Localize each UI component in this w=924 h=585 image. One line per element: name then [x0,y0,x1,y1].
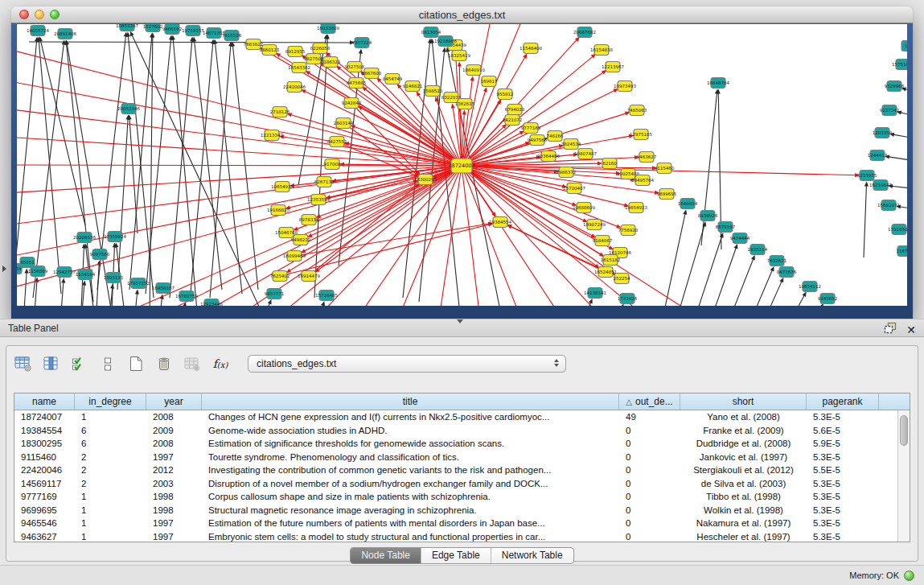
row-height-icon[interactable] [97,353,118,374]
vertical-scrollbar[interactable] [897,410,910,542]
zoom-window-icon[interactable] [50,10,60,19]
table-row[interactable]: 911546021997Tourette syndrome. Phenomeno… [14,451,897,464]
table-cell-short[interactable]: Jankovic et al. (1997) [680,452,807,462]
table-cell-pagerank[interactable]: 5.3E-5 [807,505,879,515]
table-cell-title[interactable]: Structural magnetic resonance image aver… [202,505,619,515]
function-builder-icon[interactable]: f(x) [210,353,231,374]
table-cell-out_degree[interactable]: 0 [619,505,680,515]
table-settings-icon[interactable] [13,353,34,374]
table-cell-in_degree[interactable]: 1 [75,492,146,501]
table-row[interactable]: 1872400712008Changes of HCN gene express… [14,410,897,424]
table-cell-name[interactable]: 9777169 [14,492,75,501]
table-cell-title[interactable]: Disruption of a novel member of a sodium… [202,479,619,488]
minimize-window-icon[interactable] [35,10,44,19]
citation-network-graph[interactable]: 1872400788601238912955822605898275081654… [17,24,907,306]
table-cell-title[interactable]: Investigating the contribution of common… [202,465,619,475]
table-cell-title[interactable]: Estimation of the future numbers of pati… [202,518,619,528]
table-cell-year[interactable]: 2003 [146,479,202,488]
table-cell-pagerank[interactable]: 5.5E-5 [807,465,879,475]
column-header-short[interactable]: short [680,393,807,410]
table-cell-title[interactable]: Tourette syndrome. Phenomenology and cla… [202,452,619,462]
table-cell-name[interactable]: 22420046 [14,465,75,475]
select-rows-icon[interactable] [69,353,90,374]
table-cell-year[interactable]: 1997 [146,518,202,528]
table-cell-year[interactable]: 1998 [146,492,202,501]
table-cell-in_degree[interactable]: 2 [75,452,146,462]
table-cell-pagerank[interactable]: 5.9E-5 [807,439,879,448]
table-cell-year[interactable]: 1998 [146,505,202,515]
table-cell-title[interactable]: Genome-wide association studies in ADHD. [202,426,619,435]
show-columns-icon[interactable] [41,353,62,374]
table-cell-in_degree[interactable]: 2 [75,479,146,488]
column-header-in_degree[interactable]: in_degree [75,393,146,410]
import-table-icon[interactable] [182,353,203,374]
window-titlebar[interactable]: citations_edges.txt [11,6,913,23]
table-cell-year[interactable]: 2012 [146,465,202,475]
splitter-handle-icon[interactable] [457,319,463,323]
table-row[interactable]: 1830029562008Estimation of significance … [14,437,897,451]
table-row[interactable]: 969969511998Structural magnetic resonanc… [14,504,897,517]
table-cell-short[interactable]: Dudbridge et al. (2008) [680,439,807,448]
table-row[interactable]: 946554611997Estimation of the future num… [14,517,897,530]
table-cell-name[interactable]: 9115460 [14,452,75,462]
table-row[interactable]: 2242004622012Investigating the contribut… [14,463,897,477]
table-cell-out_degree[interactable]: 0 [619,518,680,528]
table-cell-out_degree[interactable]: 0 [619,479,680,488]
table-cell-pagerank[interactable]: 5.6E-5 [807,426,879,435]
tab-network-table[interactable]: Network Table [491,548,573,563]
table-cell-out_degree[interactable]: 0 [619,465,680,475]
table-row[interactable]: 1938455462009Genome-wide association stu… [14,424,897,438]
table-cell-in_degree[interactable]: 1 [75,505,146,515]
table-cell-in_degree[interactable]: 2 [75,465,146,475]
table-cell-out_degree[interactable]: 49 [619,412,680,422]
table-cell-name[interactable]: 9699695 [14,505,75,515]
network-canvas[interactable]: 1872400788601238912955822605898275081654… [17,24,907,306]
collapse-panel-arrow-icon[interactable] [2,266,6,272]
tab-node-table[interactable]: Node Table [351,548,421,563]
table-cell-short[interactable]: de Silva et al. (2003) [680,479,807,488]
delete-table-icon[interactable] [154,353,175,374]
table-cell-title[interactable]: Changes of HCN gene expression and I(f) … [202,412,619,422]
table-cell-year[interactable]: 2009 [146,426,202,435]
table-cell-short[interactable]: Stergiakouli et al. (2012) [680,465,807,475]
table-cell-title[interactable]: Corpus callosum shape and size in male p… [202,492,619,501]
table-cell-title[interactable]: Embryonic stem cells: a model to study s… [202,532,619,542]
table-cell-pagerank[interactable]: 5.3E-5 [807,479,879,488]
table-cell-year[interactable]: 2008 [146,412,202,422]
table-cell-name[interactable]: 19384554 [14,426,75,435]
table-cell-short[interactable]: Nakamura et al. (1997) [680,518,807,528]
table-cell-name[interactable]: 9465546 [14,518,75,528]
table-row[interactable]: 946362711997Embryonic stem cells: a mode… [14,530,897,542]
column-header-title[interactable]: title [202,393,619,410]
table-cell-pagerank[interactable]: 5.3E-5 [807,518,879,528]
tab-edge-table[interactable]: Edge Table [421,548,491,563]
table-cell-in_degree[interactable]: 1 [75,532,146,542]
table-cell-out_degree[interactable]: 0 [619,426,680,435]
table-row[interactable]: 1456911722003Disruption of a novel membe… [14,477,897,491]
table-cell-year[interactable]: 2008 [146,439,202,448]
table-cell-name[interactable]: 9463627 [14,532,75,542]
table-cell-out_degree[interactable]: 0 [619,492,680,501]
table-cell-name[interactable]: 18724007 [14,412,75,422]
table-cell-short[interactable]: Yano et al. (2008) [680,412,807,422]
table-cell-pagerank[interactable]: 5.3E-5 [807,412,879,422]
table-cell-short[interactable]: Tibbo et al. (1998) [680,492,807,501]
column-header-out_degree[interactable]: △out_de... [619,393,680,410]
table-cell-pagerank[interactable]: 5.3E-5 [807,452,879,462]
column-header-name[interactable]: name [14,393,75,410]
table-cell-year[interactable]: 1997 [146,452,202,462]
table-cell-short[interactable]: Franke et al. (2009) [680,426,807,435]
table-cell-in_degree[interactable]: 1 [75,518,146,528]
table-cell-title[interactable]: Estimation of significance thresholds fo… [202,439,619,448]
table-cell-in_degree[interactable]: 6 [75,426,146,435]
table-cell-year[interactable]: 1997 [146,532,202,542]
table-cell-short[interactable]: Hescheler et al. (1997) [680,532,807,542]
table-cell-in_degree[interactable]: 1 [75,412,146,422]
table-cell-name[interactable]: 14569117 [14,479,75,488]
table-cell-in_degree[interactable]: 6 [75,439,146,448]
table-cell-short[interactable]: Wolkin et al. (1998) [680,505,807,515]
close-window-icon[interactable] [19,10,29,19]
table-cell-name[interactable]: 18300295 [14,439,75,448]
network-selector[interactable]: citations_edges.txt [248,355,566,373]
column-header-pagerank[interactable]: pagerank [807,393,879,410]
